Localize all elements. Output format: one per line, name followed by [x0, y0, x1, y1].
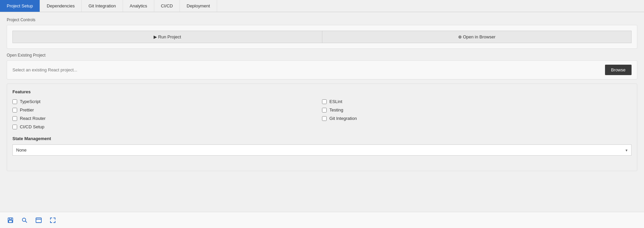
feature-git-integration[interactable]: Git Integration [322, 116, 632, 121]
state-management-section: State Management None Redux MobX Zustand… [12, 136, 632, 156]
run-buttons-row: ▶ Run Project ⊕ Open in Browser [12, 31, 632, 43]
react-router-label: React Router [20, 116, 46, 121]
feature-typescript[interactable]: TypeScript [12, 99, 322, 104]
tab-analytics[interactable]: Analytics [123, 0, 154, 12]
typescript-checkbox[interactable] [12, 99, 17, 104]
features-card: Features TypeScript Prettier React Route… [7, 84, 637, 171]
cicd-setup-checkbox[interactable] [12, 125, 17, 129]
search-icon[interactable] [21, 217, 28, 224]
save-icon[interactable] [7, 217, 14, 224]
state-select-wrapper: None Redux MobX Zustand Recoil Jotai [12, 144, 632, 156]
eslint-label: ESLint [329, 99, 342, 104]
prettier-label: Prettier [20, 107, 34, 112]
features-left-col: TypeScript Prettier React Router CI/CD S… [12, 99, 322, 129]
svg-rect-2 [9, 220, 12, 223]
open-in-browser-button[interactable]: ⊕ Open in Browser [322, 31, 632, 43]
main-content: Project Controls ▶ Run Project ⊕ Open in… [0, 12, 644, 176]
feature-prettier[interactable]: Prettier [12, 107, 322, 112]
git-integration-checkbox[interactable] [322, 116, 327, 121]
testing-label: Testing [329, 107, 343, 112]
testing-checkbox[interactable] [322, 108, 327, 112]
typescript-label: TypeScript [20, 99, 40, 104]
browse-button[interactable]: Browse [605, 65, 632, 75]
feature-testing[interactable]: Testing [322, 107, 632, 112]
feature-react-router[interactable]: React Router [12, 116, 322, 121]
terminal-icon[interactable] [35, 217, 42, 224]
bottom-toolbar [0, 212, 644, 228]
state-management-label: State Management [12, 136, 632, 141]
svg-line-4 [26, 221, 27, 223]
svg-rect-1 [9, 218, 11, 220]
svg-point-3 [23, 218, 26, 221]
features-title: Features [12, 89, 632, 94]
tab-ci-cd[interactable]: CI/CD [154, 0, 180, 12]
cicd-setup-label: CI/CD Setup [20, 124, 44, 129]
feature-eslint[interactable]: ESLint [322, 99, 632, 104]
tab-dependencies[interactable]: Dependencies [40, 0, 82, 12]
open-existing-label: Open Existing Project [7, 53, 637, 58]
features-right-col: ESLint Testing Git Integration [322, 99, 632, 129]
run-project-button[interactable]: ▶ Run Project [12, 31, 322, 43]
expand-icon[interactable] [49, 217, 56, 224]
tab-bar: Project Setup Dependencies Git Integrati… [0, 0, 644, 12]
open-project-card: Browse [7, 60, 637, 79]
svg-rect-5 [36, 218, 41, 223]
project-path-input[interactable] [12, 67, 602, 72]
eslint-checkbox[interactable] [322, 99, 327, 104]
project-controls-card: ▶ Run Project ⊕ Open in Browser [7, 25, 637, 49]
state-management-select[interactable]: None Redux MobX Zustand Recoil Jotai [12, 144, 632, 156]
tab-project-setup[interactable]: Project Setup [0, 0, 40, 12]
feature-cicd-setup[interactable]: CI/CD Setup [12, 124, 322, 129]
features-grid: TypeScript Prettier React Router CI/CD S… [12, 99, 632, 129]
project-controls-label: Project Controls [7, 18, 637, 22]
react-router-checkbox[interactable] [12, 116, 17, 121]
tab-git-integration[interactable]: Git Integration [82, 0, 123, 12]
tab-deployment[interactable]: Deployment [180, 0, 217, 12]
prettier-checkbox[interactable] [12, 108, 17, 112]
git-integration-label: Git Integration [329, 116, 357, 121]
